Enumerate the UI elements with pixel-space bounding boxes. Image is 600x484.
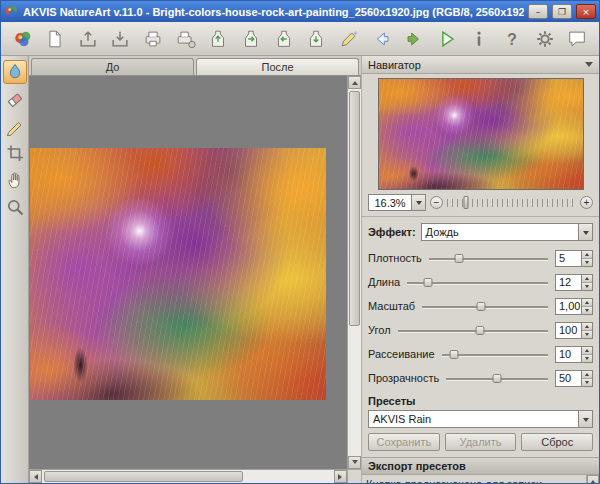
canvas-vertical-scrollbar[interactable] <box>347 76 361 469</box>
canvas-horizontal-scrollbar[interactable] <box>29 470 347 483</box>
feedback-icon[interactable] <box>565 26 590 51</box>
pencil-tool-icon[interactable] <box>3 114 27 138</box>
spin-down-icon[interactable] <box>582 379 592 386</box>
density-slider[interactable] <box>429 253 548 264</box>
image-canvas[interactable] <box>30 148 326 400</box>
close-button[interactable]: × <box>576 4 596 19</box>
redo-icon[interactable] <box>402 26 427 51</box>
eraser-tool-icon[interactable] <box>3 87 27 111</box>
zoom-controls: 16.3% − + <box>362 194 599 217</box>
scatter-slider[interactable] <box>442 349 548 360</box>
akvis-logo-icon[interactable] <box>10 26 35 51</box>
angle-slider[interactable] <box>398 325 548 336</box>
hint-text: Кнопка предназначена для записи пресетов… <box>362 475 586 483</box>
print-icon[interactable] <box>141 26 166 51</box>
import-presets-icon[interactable] <box>271 26 296 51</box>
horizontal-scroll-thumb[interactable] <box>44 471 243 482</box>
spin-up-icon[interactable] <box>582 275 592 283</box>
parameter-row: Плотность 5 <box>362 246 599 270</box>
new-image-icon[interactable] <box>43 26 68 51</box>
help-icon[interactable]: ? <box>500 26 525 51</box>
slider-handle[interactable] <box>493 374 502 383</box>
density-spinbox[interactable]: 5 <box>555 250 593 267</box>
zoom-slider-handle[interactable] <box>464 196 469 209</box>
reset-button[interactable]: Сброс <box>521 433 593 451</box>
zoom-level-select[interactable]: 16.3% <box>368 194 426 211</box>
undo-icon[interactable] <box>369 26 394 51</box>
chevron-down-icon[interactable] <box>578 224 592 240</box>
tool-panel <box>1 56 29 483</box>
zoom-tool-icon[interactable] <box>3 195 27 219</box>
tab-after[interactable]: После <box>196 58 359 75</box>
share-icon[interactable] <box>304 26 329 51</box>
quick-settings-icon[interactable] <box>336 26 361 51</box>
spin-down-icon[interactable] <box>582 283 592 290</box>
chevron-down-icon[interactable] <box>578 411 592 427</box>
length-spinbox[interactable]: 12 <box>555 274 593 291</box>
scroll-up-icon[interactable] <box>348 76 361 89</box>
export-presets-header[interactable]: Экспорт пресетов <box>362 457 599 475</box>
minimize-button[interactable]: – <box>528 4 548 19</box>
effect-select[interactable]: Дождь <box>421 223 593 241</box>
run-icon[interactable] <box>434 26 459 51</box>
delete-preset-button[interactable]: Удалить <box>445 433 517 451</box>
slider-handle[interactable] <box>424 278 433 287</box>
export-presets-title: Экспорт пресетов <box>368 460 466 472</box>
maximize-button[interactable]: ❐ <box>552 4 572 19</box>
info-icon[interactable] <box>467 26 492 51</box>
spin-up-icon[interactable] <box>582 323 592 331</box>
crop-tool-icon[interactable] <box>3 141 27 165</box>
parameter-row: Рассеивание 10 <box>362 342 599 366</box>
tab-before[interactable]: До <box>31 58 194 75</box>
angle-spinbox[interactable]: 100 <box>555 322 593 339</box>
scale-slider[interactable] <box>422 301 548 312</box>
scroll-down-icon[interactable] <box>348 456 361 469</box>
scale-spinbox[interactable]: 1,00 <box>555 298 593 315</box>
open-image-icon[interactable] <box>75 26 100 51</box>
spin-down-icon[interactable] <box>582 259 592 266</box>
navigator-thumbnail[interactable] <box>378 78 584 190</box>
spin-down-icon[interactable] <box>582 331 592 338</box>
slider-handle[interactable] <box>450 350 459 359</box>
scroll-up-icon[interactable] <box>587 475 599 484</box>
slider-handle[interactable] <box>476 326 485 335</box>
preset-select[interactable]: AKVIS Rain <box>368 410 593 428</box>
opacity-spinbox[interactable]: 50 <box>555 370 593 387</box>
scroll-right-icon[interactable] <box>334 470 347 483</box>
spin-down-icon[interactable] <box>582 355 592 362</box>
publish-icon[interactable] <box>206 26 231 51</box>
spin-up-icon[interactable] <box>582 251 592 259</box>
navigator-title: Навигатор <box>368 59 421 71</box>
hand-tool-icon[interactable] <box>3 168 27 192</box>
zoom-slider[interactable] <box>447 196 576 209</box>
hint-scrollbar[interactable] <box>586 475 599 483</box>
spin-up-icon[interactable] <box>582 299 592 307</box>
navigator-header: Навигатор <box>362 56 599 74</box>
direction-tool-icon[interactable] <box>3 60 27 84</box>
save-preset-button[interactable]: Сохранить <box>368 433 440 451</box>
spin-up-icon[interactable] <box>582 371 592 379</box>
scroll-left-icon[interactable] <box>29 470 42 483</box>
zoom-out-button[interactable]: − <box>430 196 443 209</box>
export-icon[interactable] <box>238 26 263 51</box>
print-setup-icon[interactable] <box>173 26 198 51</box>
spin-down-icon[interactable] <box>582 307 592 314</box>
content-area: До После <box>1 56 599 483</box>
image-viewport[interactable] <box>29 76 347 469</box>
preferences-icon[interactable] <box>532 26 557 51</box>
collapse-icon[interactable] <box>585 62 593 71</box>
scatter-spinbox[interactable]: 10 <box>555 346 593 363</box>
presets-section: Пресеты AKVIS Rain Сохранить Удалить Сбр… <box>362 390 599 451</box>
slider-handle[interactable] <box>477 302 486 311</box>
opacity-slider[interactable] <box>446 373 548 384</box>
length-slider[interactable] <box>407 277 548 288</box>
preset-value: AKVIS Rain <box>369 411 578 427</box>
slider-handle[interactable] <box>454 254 463 263</box>
window-title: AKVIS NatureArt v.11.0 - Bright-colors-h… <box>23 6 524 18</box>
zoom-value: 16.3% <box>369 195 411 210</box>
vertical-scroll-thumb[interactable] <box>349 91 360 326</box>
chevron-down-icon[interactable] <box>411 195 425 210</box>
zoom-in-button[interactable]: + <box>580 196 593 209</box>
spin-up-icon[interactable] <box>582 347 592 355</box>
save-image-icon[interactable] <box>108 26 133 51</box>
